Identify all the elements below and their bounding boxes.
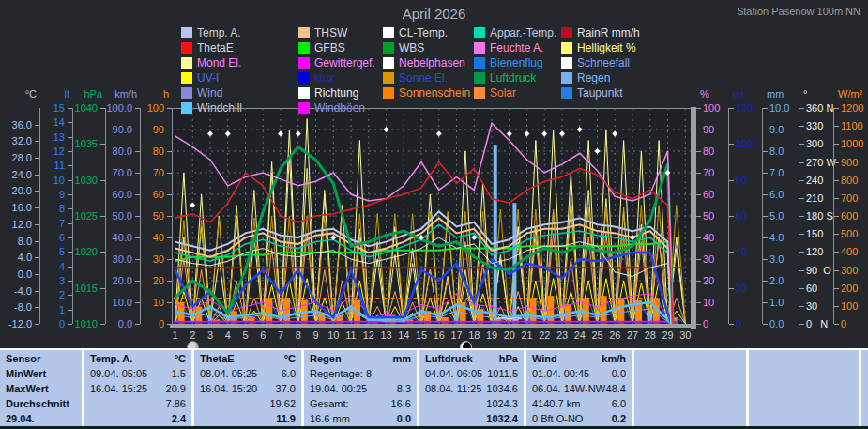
legend-swatch-icon [561,57,572,69]
axis-tick [100,252,105,253]
table-row [634,396,746,411]
x-axis-day-label: 12 [360,329,377,341]
table-header-row: LuftdruckhPa [419,351,524,366]
x-axis-day-label: 7 [272,329,289,341]
legend-label: Helligkeit % [577,41,636,54]
axis-tick-label: 11 [23,161,65,171]
legend-item-schneefall: Schneefall [561,56,630,69]
axis-tick [763,281,768,282]
legend-item-gfbs: GFBS [298,41,345,54]
axis-tick [696,194,701,195]
table-cell-value: km/h [602,351,626,366]
axis-tick-label: 90 [123,125,164,135]
x-axis-day-label: 11 [343,329,359,341]
table-row: 08.04. 11:251034.6 [419,381,524,396]
legend-label: Luftdruck [490,71,536,84]
legend-item-taupunkt: Taupunkt [561,86,623,100]
legend-swatch-icon [474,27,485,38]
x-axis-day-label: 15 [413,329,430,341]
axis-tick [68,151,72,152]
bottom-axis-bar [170,324,696,328]
axis-tick [100,180,105,181]
legend-swatch-icon [561,27,572,38]
table-cell-value: mm [392,351,411,366]
axis-tick [763,194,768,195]
table-row: 29.04. [0,411,82,426]
table-row: MinWert [0,366,82,381]
axis-tick [763,108,768,109]
legend-item-helligkeit-: Helligkeit % [561,41,636,54]
axis-tick [696,130,701,130]
legend-label: Nebelphasen [399,56,465,69]
x-axis-day-label: 2 [184,329,201,341]
table-row [861,411,868,426]
axis-tick [696,173,701,174]
table-cell-value: 48.4 [606,381,626,396]
axis-tick [799,252,804,253]
legend-item-solar: Solar [474,86,516,100]
table-cell-value: 11.9 [276,411,296,426]
legend-item-cl-temp-: CL-Temp. [383,26,448,39]
axis-tick [68,237,72,238]
axis-tick [696,151,701,152]
axis-tick-label: 1 [23,305,65,315]
table-cell-label: ThetaE [200,351,235,366]
axis-tick [100,288,105,289]
legend-item-sonne-el-: Sonne El. [383,71,448,84]
table-row: 11.9 [194,411,301,426]
legend-item-regen: Regen [561,71,610,84]
table-cell-value: 6.0 [612,396,626,411]
x-axis-day-label: 22 [536,329,553,341]
table-cell-label: 19.04. 00:25 [310,381,367,396]
table-cell-label: Regentage: 8 [310,366,372,381]
table-cell-value: 16.6 [391,396,411,411]
axis-tick-label: 20 [123,276,164,286]
table-row [861,366,868,381]
table-column-thetae: ThetaE°C08.04. 05:256.016.04. 15:2037.01… [194,350,301,426]
table-cell-label: MaxWert [6,381,49,396]
table-cell-label: 04.04. 06:05 [425,366,482,381]
x-axis-day-label: 16 [431,329,448,341]
table-cell-label: 08.04. 11:25 [425,381,481,396]
axis-tick [68,137,72,138]
axis-tick [834,270,839,271]
legend-swatch-icon [561,87,572,99]
table-row: 04.04. 06:051011.5 [419,366,524,381]
x-axis-day-label: 3 [202,329,219,341]
table-row: MaxWert [0,381,82,396]
table-header-row: Temp. A.°C [84,351,191,366]
table-cell-label: Luftdruck [425,351,473,366]
table-cell-value: 20.9 [166,381,186,396]
axis-tick [834,108,839,109]
axis-tick [729,216,734,217]
legend-label: UV-I [197,71,219,84]
x-axis-day-label: 10 [325,329,342,341]
table-header-row: Sensor [0,351,82,366]
axis-tick-label: 60 [703,190,746,200]
legend-item-uv-i: UV-I [181,71,219,84]
axis-tick-label: 100 [123,103,164,114]
axis-tick [834,324,839,325]
legend-item-sonnenschein: Sonnenschein [383,86,470,100]
axis-tick-label: 90 [703,125,746,135]
axis-tick-label: 4 [23,262,65,272]
table-cell-value: °C [284,351,296,366]
axis-tick [799,270,804,271]
axis-tick-label: 200 [841,283,868,294]
table-row [749,381,859,396]
legend-item-richtung: Richtung [298,86,358,100]
axis-tick [100,144,105,145]
axis-tick [68,295,72,296]
table-row: 09.04. 05:05-1.5 [84,366,191,381]
axis-unit-W/m²: W/m² [838,89,868,100]
legend-label: THSW [314,26,347,39]
axis-tick-label: 600 [841,211,868,222]
chart-plot[interactable] [172,108,694,324]
table-column-empty-8 [861,350,868,426]
table-cell-value: 1032.4 [486,411,518,426]
axis-tick [35,257,39,258]
axis-tick-label: 70 [123,168,164,178]
x-axis-day-label: 18 [465,329,482,341]
legend-swatch-icon [181,87,192,99]
legend-swatch-icon [298,42,310,54]
